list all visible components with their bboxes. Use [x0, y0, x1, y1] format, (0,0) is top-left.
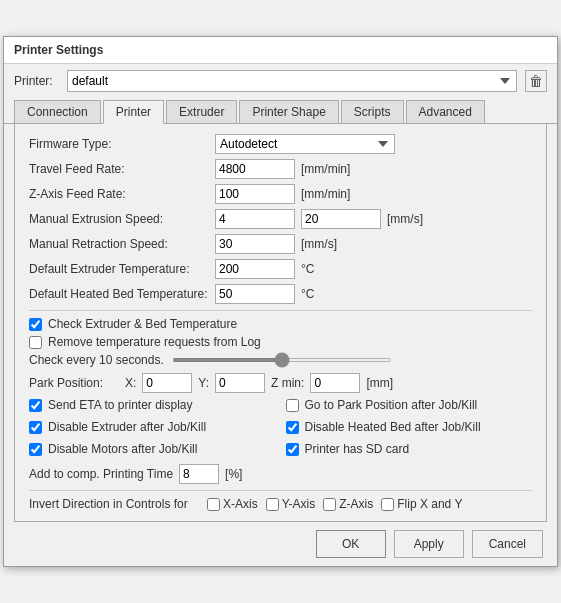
check-extruder-row: Check Extruder & Bed Temperature [29, 317, 532, 331]
travel-feed-unit: [mm/min] [301, 162, 350, 176]
manual-extrusion-unit: [mm/s] [387, 212, 423, 226]
invert-label: Invert Direction in Controls for [29, 497, 199, 511]
bed-temp-input[interactable] [215, 284, 295, 304]
tab-connection[interactable]: Connection [14, 100, 101, 123]
apply-button[interactable]: Apply [394, 530, 464, 558]
tabs-bar: Connection Printer Extruder Printer Shap… [4, 98, 557, 124]
sd-card-label: Printer has SD card [305, 442, 410, 456]
park-zmin-label: Z min: [271, 376, 304, 390]
check-extruder-label: Check Extruder & Bed Temperature [48, 317, 237, 331]
invert-z-checkbox[interactable] [323, 498, 336, 511]
cancel-button[interactable]: Cancel [472, 530, 543, 558]
ok-button[interactable]: OK [316, 530, 386, 558]
sd-card-row: Printer has SD card [286, 442, 533, 456]
z-axis-label: Z-Axis Feed Rate: [29, 187, 209, 201]
bed-temp-label: Default Heated Bed Temperature: [29, 287, 209, 301]
add-time-input[interactable] [179, 464, 219, 484]
manual-retraction-row: Manual Retraction Speed: [mm/s] [29, 234, 532, 254]
manual-extrusion-label: Manual Extrusion Speed: [29, 212, 209, 226]
printer-label: Printer: [14, 74, 59, 88]
flip-xy-checkbox[interactable] [381, 498, 394, 511]
go-park-checkbox[interactable] [286, 399, 299, 412]
disable-heated-label: Disable Heated Bed after Job/Kill [305, 420, 481, 434]
park-unit: [mm] [366, 376, 393, 390]
invert-y-checkbox[interactable] [266, 498, 279, 511]
extruder-temp-input[interactable] [215, 259, 295, 279]
add-time-label: Add to comp. Printing Time [29, 467, 173, 481]
bed-temp-unit: °C [301, 287, 314, 301]
invert-direction-row: Invert Direction in Controls for X-Axis … [29, 497, 532, 511]
invert-y-item: Y-Axis [266, 497, 316, 511]
park-y-label: Y: [198, 376, 209, 390]
park-label: Park Position: [29, 376, 119, 390]
park-position-row: Park Position: X: Y: Z min: [mm] [29, 373, 532, 393]
z-axis-row: Z-Axis Feed Rate: [mm/min] [29, 184, 532, 204]
printer-settings-dialog: Printer Settings Printer: default 🗑 Conn… [3, 36, 558, 567]
options-section: Send ETA to printer display Disable Extr… [29, 398, 532, 460]
disable-motors-row: Disable Motors after Job/Kill [29, 442, 276, 456]
remove-temp-row: Remove temperature requests from Log [29, 335, 532, 349]
tab-printer[interactable]: Printer [103, 100, 164, 124]
manual-retraction-unit: [mm/s] [301, 237, 337, 251]
send-eta-checkbox[interactable] [29, 399, 42, 412]
disable-extruder-row: Disable Extruder after Job/Kill [29, 420, 276, 434]
printer-select[interactable]: default [67, 70, 517, 92]
park-zmin-input[interactable] [310, 373, 360, 393]
slider-row: Check every 10 seconds. [29, 353, 532, 367]
manual-extrusion-input1[interactable] [215, 209, 295, 229]
invert-x-checkbox[interactable] [207, 498, 220, 511]
tab-scripts[interactable]: Scripts [341, 100, 404, 123]
park-y-input[interactable] [215, 373, 265, 393]
extruder-temp-row: Default Extruder Temperature: °C [29, 259, 532, 279]
title-bar: Printer Settings [4, 37, 557, 64]
tab-printer-shape[interactable]: Printer Shape [239, 100, 338, 123]
options-left: Send ETA to printer display Disable Extr… [29, 398, 276, 460]
travel-feed-row: Travel Feed Rate: [mm/min] [29, 159, 532, 179]
send-eta-label: Send ETA to printer display [48, 398, 193, 412]
remove-temp-checkbox[interactable] [29, 336, 42, 349]
add-time-row: Add to comp. Printing Time [%] [29, 464, 532, 484]
flip-xy-item: Flip X and Y [381, 497, 462, 511]
manual-retraction-input[interactable] [215, 234, 295, 254]
go-park-label: Go to Park Position after Job/Kill [305, 398, 478, 412]
tab-advanced[interactable]: Advanced [406, 100, 485, 123]
send-eta-row: Send ETA to printer display [29, 398, 276, 412]
park-x-label: X: [125, 376, 136, 390]
manual-extrusion-input2[interactable] [301, 209, 381, 229]
check-interval-slider[interactable] [172, 358, 392, 362]
manual-retraction-label: Manual Retraction Speed: [29, 237, 209, 251]
invert-x-item: X-Axis [207, 497, 258, 511]
add-time-unit: [%] [225, 467, 242, 481]
extruder-temp-label: Default Extruder Temperature: [29, 262, 209, 276]
dialog-title: Printer Settings [14, 43, 103, 57]
delete-printer-button[interactable]: 🗑 [525, 70, 547, 92]
invert-y-label: Y-Axis [282, 497, 316, 511]
printer-row: Printer: default 🗑 [4, 64, 557, 98]
remove-temp-label: Remove temperature requests from Log [48, 335, 261, 349]
tab-extruder[interactable]: Extruder [166, 100, 237, 123]
travel-feed-label: Travel Feed Rate: [29, 162, 209, 176]
disable-extruder-checkbox[interactable] [29, 421, 42, 434]
check-extruder-checkbox[interactable] [29, 318, 42, 331]
manual-extrusion-row: Manual Extrusion Speed: [mm/s] [29, 209, 532, 229]
firmware-label: Firmware Type: [29, 137, 209, 151]
disable-heated-row: Disable Heated Bed after Job/Kill [286, 420, 533, 434]
slider-label: Check every 10 seconds. [29, 353, 164, 367]
invert-z-label: Z-Axis [339, 497, 373, 511]
park-x-input[interactable] [142, 373, 192, 393]
invert-z-item: Z-Axis [323, 497, 373, 511]
z-axis-input[interactable] [215, 184, 295, 204]
disable-motors-checkbox[interactable] [29, 443, 42, 456]
go-park-row: Go to Park Position after Job/Kill [286, 398, 533, 412]
invert-x-label: X-Axis [223, 497, 258, 511]
content-panel: Firmware Type: Autodetect Travel Feed Ra… [14, 124, 547, 522]
disable-extruder-label: Disable Extruder after Job/Kill [48, 420, 206, 434]
flip-xy-label: Flip X and Y [397, 497, 462, 511]
travel-feed-input[interactable] [215, 159, 295, 179]
disable-heated-checkbox[interactable] [286, 421, 299, 434]
bottom-bar: OK Apply Cancel [4, 522, 557, 566]
bed-temp-row: Default Heated Bed Temperature: °C [29, 284, 532, 304]
firmware-select[interactable]: Autodetect [215, 134, 395, 154]
sd-card-checkbox[interactable] [286, 443, 299, 456]
options-right: Go to Park Position after Job/Kill Disab… [286, 398, 533, 460]
